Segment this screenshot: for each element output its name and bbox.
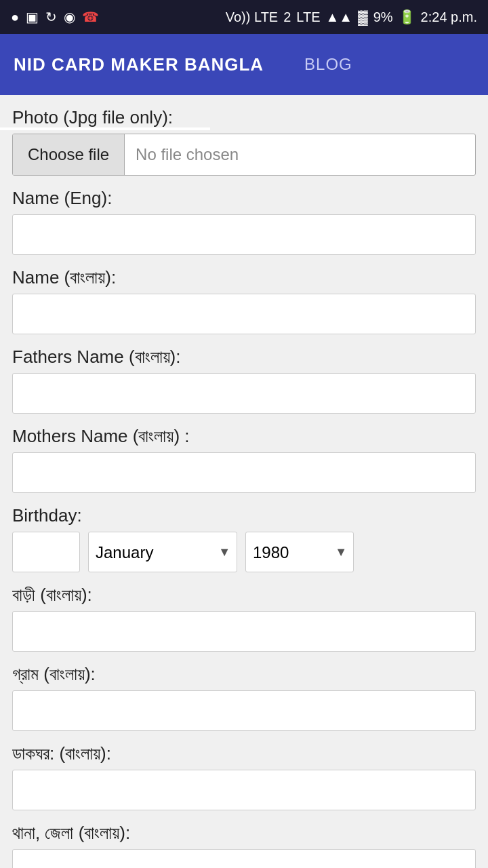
phone-icon: ☎ [82, 9, 99, 25]
birthday-day-input[interactable] [12, 532, 80, 572]
fathers-name-input[interactable] [12, 373, 476, 414]
app-title: NID CARD MAKER BANGLA [14, 54, 264, 75]
gram-field-group: গ্রাম (বাংলায়): [12, 664, 476, 731]
dakghor-input[interactable] [12, 770, 476, 810]
fathers-name-label: Fathers Name (বাংলায়): [12, 347, 476, 368]
sync-icon: ↻ [45, 9, 57, 25]
photo-label: Photo (Jpg file only): [12, 107, 476, 128]
name-bangla-field-group: Name (বাংলায়): [12, 267, 476, 334]
thana-field-group: থানা, জেলা (বাংলায়): [12, 823, 476, 868]
name-bangla-input[interactable] [12, 294, 476, 334]
name-eng-label: Name (Eng): [12, 188, 476, 209]
no-file-text: No file chosen [125, 145, 239, 164]
form-container: Photo (Jpg file only): Choose file No fi… [0, 95, 488, 868]
signal-bars: ▲▲ [326, 9, 353, 25]
bari-field-group: বাড়ী (বাংলায়): [12, 585, 476, 652]
wifi-icon: ▓ [358, 9, 368, 25]
app-bar: NID CARD MAKER BANGLA BLOG [0, 34, 488, 95]
battery-icon: 🔋 [399, 9, 415, 25]
birthday-field-group: Birthday: January February March April M… [12, 505, 476, 572]
name-bangla-label: Name (বাংলায়): [12, 267, 476, 288]
fathers-name-field-group: Fathers Name (বাংলায়): [12, 347, 476, 414]
mothers-name-field-group: Mothers Name (বাংলায়) : [12, 426, 476, 493]
lte-label: LTE [296, 9, 320, 25]
tab-indicator [0, 127, 210, 130]
sim-2-label: 2 [283, 9, 291, 25]
volte-label: Vo)) LTE [226, 9, 278, 25]
birthday-row: January February March April May June Ju… [12, 532, 476, 572]
gram-input[interactable] [12, 690, 476, 731]
year-select-wrapper: 197019711972 197319741975 197619771978 1… [245, 532, 354, 572]
file-input-wrapper: Choose file No file chosen [12, 134, 476, 176]
battery-percent: 9% [373, 9, 393, 25]
mothers-name-input[interactable] [12, 452, 476, 493]
whatsapp-icon: ● [11, 9, 19, 25]
gallery-icon: ▣ [26, 9, 39, 25]
clock: 2:24 p.m. [421, 9, 477, 25]
year-select[interactable]: 197019711972 197319741975 197619771978 1… [245, 532, 354, 572]
gram-label: গ্রাম (বাংলায়): [12, 664, 476, 685]
dakghor-field-group: ডাকঘর: (বাংলায়): [12, 743, 476, 810]
mothers-name-label: Mothers Name (বাংলায়) : [12, 426, 476, 447]
status-bar: ● ▣ ↻ ◉ ☎ Vo)) LTE 2 LTE ▲▲ ▓ 9% 🔋 2:24 … [0, 0, 488, 34]
bari-label: বাড়ী (বাংলায়): [12, 585, 476, 606]
blog-link[interactable]: BLOG [304, 55, 352, 74]
month-select[interactable]: January February March April May June Ju… [88, 532, 237, 572]
thana-label: থানা, জেলা (বাংলায়): [12, 823, 476, 844]
dakghor-label: ডাকঘর: (বাংলায়): [12, 743, 476, 764]
thana-input[interactable] [12, 849, 476, 868]
photo-field-group: Photo (Jpg file only): Choose file No fi… [12, 107, 476, 176]
status-icons: ● ▣ ↻ ◉ ☎ [11, 9, 99, 25]
name-eng-field-group: Name (Eng): [12, 188, 476, 255]
month-select-wrapper: January February March April May June Ju… [88, 532, 237, 572]
user-icon: ◉ [64, 9, 75, 25]
bari-input[interactable] [12, 611, 476, 652]
name-eng-input[interactable] [12, 214, 476, 255]
status-info: Vo)) LTE 2 LTE ▲▲ ▓ 9% 🔋 2:24 p.m. [226, 9, 477, 25]
choose-file-button[interactable]: Choose file [13, 134, 125, 175]
birthday-label: Birthday: [12, 505, 476, 526]
